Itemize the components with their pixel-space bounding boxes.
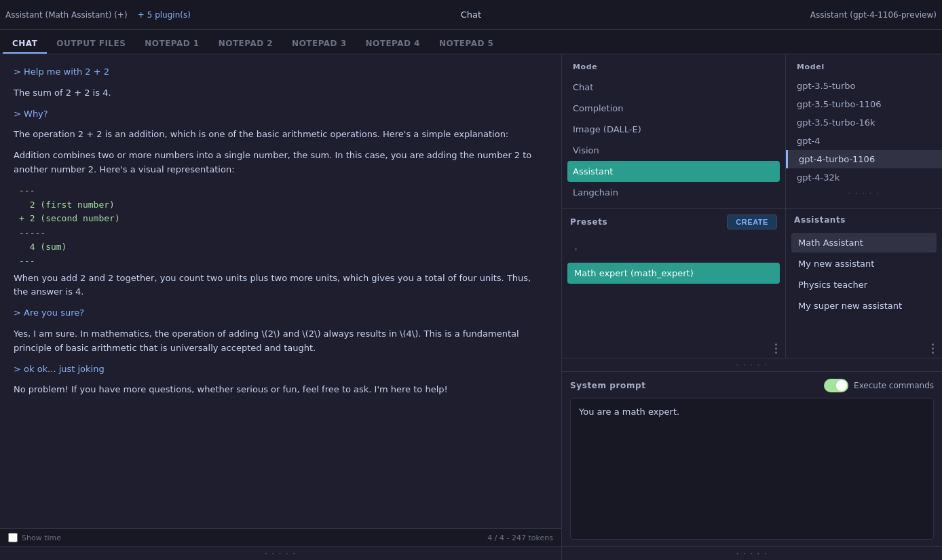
- assistant-item-math-assistant[interactable]: Math Assistant: [791, 233, 937, 253]
- tab-notepad3[interactable]: NOTEPAD 3: [282, 35, 356, 54]
- chat-message: > Why?: [14, 107, 548, 122]
- model-item-gpt432k[interactable]: gpt-4-32k: [786, 168, 942, 187]
- top-bar-left: Assistant (Math Assistant) (+) + 5 plugi…: [5, 10, 236, 20]
- top-bar: Assistant (Math Assistant) (+) + 5 plugi…: [0, 0, 942, 30]
- presets-assistants-section: Presets CREATE · Math expert (math_exper…: [562, 209, 942, 358]
- main-layout: > Help me with 2 + 2 The sum of 2 + 2 is…: [0, 54, 942, 560]
- assistant-label: Assistant (Math Assistant) (+): [5, 10, 128, 20]
- model-item-gpt4turbo1106[interactable]: gpt-4-turbo-1106: [786, 150, 942, 168]
- code-block: --- 2 (first number) + 2 (second number)…: [19, 184, 548, 269]
- chat-expand-dots[interactable]: · · · · ·: [0, 546, 561, 560]
- execute-commands-toggle[interactable]: [824, 379, 848, 392]
- model-more-dots[interactable]: · · · · ·: [786, 187, 942, 200]
- chat-footer-left: Show time: [8, 533, 487, 542]
- chat-area: > Help me with 2 + 2 The sum of 2 + 2 is…: [0, 54, 562, 560]
- right-panel: Mode Chat Completion Image (DALL-E) Visi…: [562, 54, 942, 560]
- presets-title: Presets: [570, 217, 607, 227]
- mode-item-completion[interactable]: Completion: [562, 98, 785, 119]
- assistants-header-row: Assistants: [786, 209, 942, 230]
- mode-model-section: Mode Chat Completion Image (DALL-E) Visi…: [562, 54, 942, 209]
- presets-header-row: Presets CREATE: [562, 209, 785, 235]
- mode-item-image[interactable]: Image (DALL-E): [562, 119, 785, 140]
- model-item-gpt35turbo1106[interactable]: gpt-3.5-turbo-1106: [786, 95, 942, 113]
- assistants-more-dots[interactable]: [929, 341, 937, 356]
- system-prompt-textarea[interactable]: You are a math expert.: [570, 398, 934, 540]
- section-dots: · · · · ·: [562, 358, 942, 372]
- assistant-item-my-super-new-assistant[interactable]: My super new assistant: [791, 296, 937, 316]
- model-column: Model gpt-3.5-turbo gpt-3.5-turbo-1106 g…: [786, 54, 942, 208]
- execute-commands-label: Execute commands: [854, 381, 934, 390]
- tab-notepad5[interactable]: NOTEPAD 5: [430, 35, 503, 54]
- model-item-gpt35turbo[interactable]: gpt-3.5-turbo: [786, 77, 942, 95]
- chat-messages[interactable]: > Help me with 2 + 2 The sum of 2 + 2 is…: [0, 54, 561, 528]
- system-prompt-title: System prompt: [570, 381, 646, 390]
- chat-message: Yes, I am sure. In mathematics, the oper…: [14, 327, 548, 356]
- chat-message: Addition combines two or more numbers in…: [14, 149, 548, 177]
- preset-item-dot[interactable]: ·: [567, 238, 780, 261]
- token-info: 4 / 4 - 247 tokens: [487, 534, 553, 542]
- mode-item-vision[interactable]: Vision: [562, 140, 785, 161]
- create-preset-button[interactable]: CREATE: [727, 214, 777, 229]
- presets-column: Presets CREATE · Math expert (math_exper…: [562, 209, 786, 358]
- mode-item-langchain[interactable]: Langchain: [562, 182, 785, 203]
- window-title: Chat: [461, 10, 481, 20]
- preset-dot-icon: ·: [574, 243, 578, 256]
- assistants-list: Math Assistant My new assistant Physics …: [786, 230, 942, 339]
- assistant-item-physics-teacher[interactable]: Physics teacher: [791, 275, 937, 295]
- chat-message: > ok ok... just joking: [14, 362, 548, 377]
- tab-output-files[interactable]: OUTPUT FILES: [47, 35, 135, 54]
- mode-column: Mode Chat Completion Image (DALL-E) Visi…: [562, 54, 786, 208]
- tabs-bar: CHAT OUTPUT FILES NOTEPAD 1 NOTEPAD 2 NO…: [0, 30, 942, 54]
- show-time-checkbox[interactable]: [8, 533, 18, 542]
- plugins-label[interactable]: + 5 plugin(s): [138, 10, 191, 20]
- mode-item-chat[interactable]: Chat: [562, 77, 785, 98]
- presets-more-dots[interactable]: [772, 341, 780, 356]
- chat-message: When you add 2 and 2 together, you count…: [14, 272, 548, 300]
- system-prompt-header: System prompt Execute commands: [570, 379, 934, 392]
- model-item-gpt4[interactable]: gpt-4: [786, 132, 942, 150]
- top-bar-right: Assistant (gpt-4-1106-preview): [706, 10, 937, 20]
- chat-message: The operation 2 + 2 is an addition, whic…: [14, 128, 548, 142]
- presets-list: · Math expert (math_expert): [562, 235, 785, 339]
- chat-message: > Help me with 2 + 2: [14, 65, 548, 79]
- tab-notepad1[interactable]: NOTEPAD 1: [135, 35, 208, 54]
- model-item-gpt35turbo16k[interactable]: gpt-3.5-turbo-16k: [786, 113, 942, 132]
- chat-message: > Are you sure?: [14, 306, 548, 320]
- assistant-model-label: Assistant (gpt-4-1106-preview): [810, 10, 937, 20]
- tab-notepad4[interactable]: NOTEPAD 4: [356, 35, 430, 54]
- chat-message: The sum of 2 + 2 is 4.: [14, 86, 548, 100]
- top-bar-center: Chat: [236, 10, 706, 20]
- assistants-title: Assistants: [794, 215, 846, 225]
- bottom-dots: · · · · ·: [562, 546, 942, 560]
- show-time-label: Show time: [22, 534, 61, 542]
- preset-item-math-expert[interactable]: Math expert (math_expert): [567, 263, 780, 284]
- mode-item-assistant[interactable]: Assistant: [567, 161, 780, 182]
- mode-header: Mode: [562, 60, 785, 77]
- system-prompt-section: System prompt Execute commands You are a…: [562, 372, 942, 546]
- model-header: Model: [786, 60, 942, 77]
- execute-commands-row: Execute commands: [824, 379, 934, 392]
- assistant-item-my-new-assistant[interactable]: My new assistant: [791, 254, 937, 274]
- assistants-column: Assistants Math Assistant My new assista…: [786, 209, 942, 358]
- chat-footer: Show time 4 / 4 - 247 tokens: [0, 528, 561, 546]
- tab-notepad2[interactable]: NOTEPAD 2: [209, 35, 282, 54]
- tab-chat[interactable]: CHAT: [3, 35, 47, 54]
- chat-message: No problem! If you have more questions, …: [14, 383, 548, 397]
